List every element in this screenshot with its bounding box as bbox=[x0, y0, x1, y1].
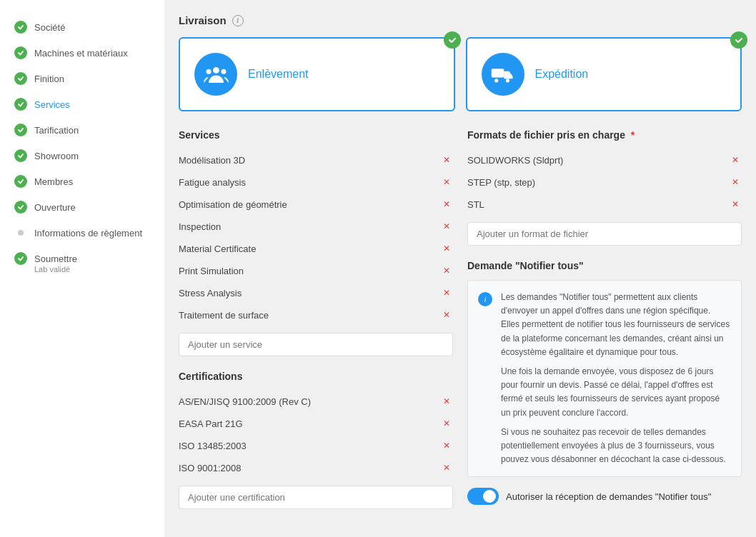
card-icon-enlevement bbox=[194, 53, 237, 96]
sidebar-item-services[interactable]: Services bbox=[0, 91, 164, 117]
list-item: Fatigue analysis bbox=[179, 171, 453, 194]
demande-info-box: i Les demandes "Notifier tous" permetten… bbox=[467, 280, 742, 477]
left-column: Services Modélisation 3D Fatigue analysi… bbox=[179, 129, 453, 523]
list-item: Optimisation de géométrie bbox=[179, 194, 453, 216]
remove-service-button[interactable] bbox=[440, 242, 453, 255]
list-item: EASA Part 21G bbox=[179, 413, 453, 435]
sidebar-item-membres[interactable]: Membres bbox=[0, 169, 164, 194]
sidebar-item-label: Ouverture bbox=[34, 202, 76, 213]
two-col-layout: Services Modélisation 3D Fatigue analysi… bbox=[179, 129, 742, 523]
sidebar-item-finition[interactable]: Finition bbox=[0, 66, 164, 91]
sidebar-item-sub: Lab validé bbox=[34, 265, 70, 273]
list-item: STEP (stp, step) bbox=[467, 171, 742, 194]
toggle-label: Autoriser la réception de demandes "Noti… bbox=[506, 491, 711, 502]
certifications-title: Certifications bbox=[179, 371, 453, 382]
formats-title: Formats de fichier pris en charge bbox=[467, 129, 625, 141]
livraison-section-title: Livraison i bbox=[179, 14, 742, 26]
list-item-label: Optimisation de géométrie bbox=[179, 199, 287, 210]
livraison-info-icon[interactable]: i bbox=[232, 15, 244, 26]
toggle-switch[interactable] bbox=[467, 488, 499, 505]
svg-point-0 bbox=[213, 67, 219, 74]
remove-service-button[interactable] bbox=[440, 198, 453, 211]
demande-info-icon: i bbox=[478, 292, 492, 306]
list-item-label: STEP (stp, step) bbox=[467, 177, 535, 188]
add-format-input[interactable] bbox=[467, 222, 742, 246]
list-item: AS/EN/JISQ 9100:2009 (Rev C) bbox=[179, 391, 453, 413]
svg-point-5 bbox=[506, 79, 509, 82]
remove-service-button[interactable] bbox=[440, 176, 453, 189]
remove-service-button[interactable] bbox=[440, 286, 453, 299]
sidebar-item-label: Membres bbox=[34, 176, 73, 187]
add-certification-input[interactable] bbox=[179, 486, 453, 509]
list-item: Print Simulation bbox=[179, 260, 453, 282]
list-item-label: Traitement de surface bbox=[179, 310, 269, 321]
list-item-label: STL bbox=[467, 199, 484, 210]
list-item-label: Inspection bbox=[179, 221, 221, 232]
list-item: ISO 13485:2003 bbox=[179, 435, 453, 457]
svg-point-1 bbox=[206, 69, 211, 74]
check-icon bbox=[14, 149, 27, 162]
remove-cert-button[interactable] bbox=[440, 461, 453, 474]
remove-service-button[interactable] bbox=[440, 220, 453, 233]
check-icon bbox=[14, 124, 27, 136]
toggle-row: Autoriser la réception de demandes "Noti… bbox=[467, 488, 742, 505]
list-item-label: Fatigue analysis bbox=[179, 177, 246, 188]
svg-rect-3 bbox=[492, 69, 504, 77]
list-item: Material Certificate bbox=[179, 238, 453, 260]
sidebar-item-label: Showroom bbox=[34, 151, 79, 161]
remove-cert-button[interactable] bbox=[440, 439, 453, 452]
remove-format-button[interactable] bbox=[729, 154, 742, 166]
card-label-enlevement: Enlèvement bbox=[248, 68, 309, 81]
list-item-label: ISO 13485:2003 bbox=[179, 441, 247, 451]
remove-format-button[interactable] bbox=[729, 176, 742, 189]
card-label-expedition: Expédition bbox=[535, 68, 589, 81]
delivery-card-enlevement[interactable]: Enlèvement bbox=[179, 37, 455, 111]
remove-service-button[interactable] bbox=[440, 264, 453, 277]
sidebar-item-tarification[interactable]: Tarification bbox=[0, 117, 164, 143]
right-column: Formats de fichier pris en charge * SOLI… bbox=[467, 129, 742, 523]
certifications-list: AS/EN/JISQ 9100:2009 (Rev C) EASA Part 2… bbox=[179, 391, 453, 478]
delivery-card-expedition[interactable]: Expédition bbox=[466, 37, 742, 111]
list-item: SOLIDWORKS (Sldprt) bbox=[467, 149, 742, 171]
list-item-label: Stress Analysis bbox=[179, 288, 242, 298]
add-service-input[interactable] bbox=[179, 333, 453, 356]
toggle-slider bbox=[467, 488, 499, 505]
remove-format-button[interactable] bbox=[729, 198, 742, 211]
check-icon bbox=[14, 46, 27, 59]
check-icon bbox=[14, 252, 27, 265]
list-item: Traitement de surface bbox=[179, 304, 453, 326]
remove-cert-button[interactable] bbox=[440, 395, 453, 408]
delivery-cards: Enlèvement Expédition bbox=[179, 37, 742, 111]
sidebar-item-showroom[interactable]: Showroom bbox=[0, 143, 164, 169]
dot-icon bbox=[14, 226, 27, 239]
remove-cert-button[interactable] bbox=[440, 417, 453, 430]
main-content: Livraison i Enlèvement bbox=[164, 0, 756, 537]
info-paragraph: Si vous ne souhaitez pas recevoir de tel… bbox=[501, 426, 731, 467]
card-check-icon bbox=[444, 31, 461, 49]
sidebar-item-soumettre[interactable]: Soumettre Lab validé bbox=[0, 246, 164, 280]
check-icon bbox=[14, 72, 27, 85]
info-paragraph: Une fois la demande envoyée, vous dispos… bbox=[501, 365, 731, 420]
sidebar-item-ouverture[interactable]: Ouverture bbox=[0, 194, 164, 220]
list-item-label: AS/EN/JISQ 9100:2009 (Rev C) bbox=[179, 396, 311, 407]
sidebar-item-label: Soumettre bbox=[34, 254, 77, 264]
card-check-icon bbox=[730, 31, 747, 49]
sidebar-item-societe[interactable]: Société bbox=[0, 14, 164, 40]
sidebar-item-label: Société bbox=[34, 22, 65, 33]
list-item-label: SOLIDWORKS (Sldprt) bbox=[467, 155, 563, 166]
sidebar-item-info-reglement[interactable]: Informations de règlement bbox=[0, 220, 164, 246]
demande-info-text: Les demandes "Notifier tous" permettent … bbox=[501, 291, 731, 466]
check-icon bbox=[14, 98, 27, 111]
livraison-title: Livraison bbox=[179, 14, 227, 26]
services-title: Services bbox=[179, 129, 453, 141]
check-icon bbox=[14, 201, 27, 214]
info-paragraph: Les demandes "Notifier tous" permettent … bbox=[501, 291, 731, 359]
svg-point-2 bbox=[221, 69, 226, 74]
remove-service-button[interactable] bbox=[440, 154, 453, 166]
sidebar-item-machines[interactable]: Machines et matériaux bbox=[0, 40, 164, 66]
remove-service-button[interactable] bbox=[440, 308, 453, 321]
list-item-label: Modélisation 3D bbox=[179, 155, 245, 166]
card-icon-expedition bbox=[482, 53, 524, 96]
list-item: ISO 9001:2008 bbox=[179, 457, 453, 478]
sidebar-item-label: Machines et matériaux bbox=[34, 48, 128, 59]
